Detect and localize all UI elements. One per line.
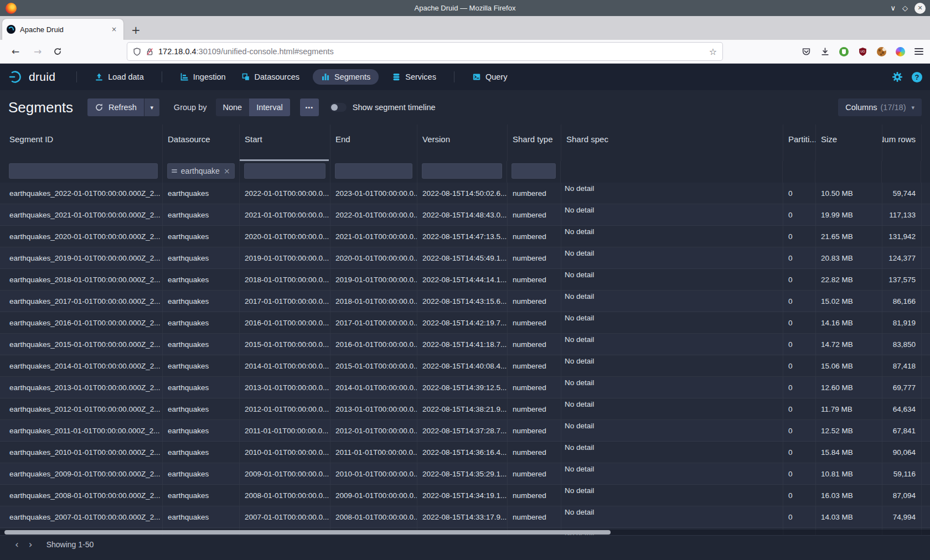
cell-size: 10.50 MB — [816, 183, 882, 204]
extension-green-icon[interactable] — [839, 47, 849, 56]
cell-datasource: earthquakes — [163, 463, 240, 484]
window-close-icon[interactable]: ✕ — [914, 3, 926, 14]
upload-icon — [95, 72, 104, 81]
column-header-start[interactable]: Start — [240, 125, 330, 161]
group-by-none-button[interactable]: None — [216, 98, 250, 116]
more-options-button[interactable]: ••• — [300, 98, 319, 116]
cell-filler — [922, 247, 930, 268]
filter-input-shard_type[interactable] — [512, 163, 556, 179]
nav-item-load-data[interactable]: Load data — [95, 72, 144, 81]
column-header-segment_id[interactable]: Segment ID — [4, 125, 163, 161]
filter-cell-filler — [921, 161, 930, 183]
forward-icon[interactable]: → — [31, 46, 44, 57]
filter-cell-segment_id — [4, 161, 163, 183]
cell-segment_id: earthquakes_2018-01-01T00:00:00.000Z_2..… — [4, 269, 163, 290]
refresh-options-caret[interactable]: ▾ — [144, 98, 159, 116]
refresh-label: Refresh — [108, 103, 137, 112]
cell-datasource: earthquakes — [163, 420, 240, 441]
cell-datasource: earthquakes — [163, 291, 240, 312]
filter-cell-start — [240, 161, 330, 183]
window-maximize-icon[interactable]: ◇ — [902, 4, 908, 12]
table-header: Segment IDDatasourceStartEndVersionShard… — [0, 125, 930, 183]
column-header-shard_type[interactable]: Shard type — [508, 125, 561, 161]
shield-icon[interactable] — [133, 48, 141, 56]
filter-tag-remove-icon[interactable]: × — [224, 167, 230, 175]
help-icon[interactable]: ? — [912, 72, 922, 82]
table-row: earthquakes_2011-01-01T00:00:00.000Z_2..… — [0, 420, 930, 442]
window-title: Apache Druid — Mozilla Firefox — [0, 4, 930, 12]
cell-start: 2010-01-01T00:00:00.0... — [240, 442, 330, 463]
pocket-icon[interactable] — [802, 47, 811, 56]
cell-version: 2022-08-15T14:50:02.6... — [417, 183, 508, 204]
cell-size: 16.03 MB — [816, 485, 882, 506]
horizontal-scrollbar-track[interactable] — [0, 530, 930, 535]
nav-item-ingestion[interactable]: Ingestion — [180, 72, 226, 81]
bookmark-star-icon[interactable]: ☆ — [709, 46, 717, 57]
cell-num_rows: 67,841 — [882, 420, 922, 441]
filter-input-version[interactable] — [422, 163, 503, 179]
columns-button[interactable]: Columns (17/18) ▾ — [838, 98, 922, 116]
settings-gear-icon[interactable] — [892, 71, 903, 82]
cell-shard_spec: No detail — [561, 291, 783, 312]
url-bar[interactable]: 172.18.0.4:30109/unified-console.html#se… — [127, 43, 722, 60]
nav-item-services[interactable]: Services — [392, 72, 436, 81]
table-row: earthquakes_2008-01-01T00:00:00.000Z_2..… — [0, 485, 930, 506]
cell-num_rows: 124,377 — [882, 247, 922, 268]
refresh-button[interactable]: Refresh — [87, 98, 144, 116]
filter-input-datasource[interactable]: earthquake× — [167, 163, 235, 179]
cell-size: 15.06 MB — [816, 355, 882, 376]
cell-version: 2022-08-15T14:36:16.4... — [417, 442, 508, 463]
tab-apache-druid[interactable]: Apache Druid × — [2, 19, 123, 40]
table-row: earthquakes_2017-01-01T00:00:00.000Z_2..… — [0, 291, 930, 312]
cell-shard_spec: No detail — [561, 247, 783, 268]
segment-timeline-toggle[interactable] — [330, 103, 347, 112]
nav-label: Services — [405, 72, 436, 81]
column-header-datasource[interactable]: Datasource — [163, 125, 240, 161]
nav-item-datasources[interactable]: Datasources — [241, 72, 299, 81]
window-shade-icon[interactable]: ∨ — [890, 4, 896, 12]
page-title: Segments — [8, 99, 73, 116]
back-icon[interactable]: ← — [9, 46, 22, 57]
menu-icon[interactable] — [914, 48, 923, 55]
download-icon[interactable] — [820, 47, 830, 56]
filter-input-end[interactable] — [335, 163, 412, 179]
tab-close-icon[interactable]: × — [109, 24, 119, 34]
cell-filler — [922, 442, 930, 463]
new-tab-button[interactable]: + — [131, 23, 141, 40]
horizontal-scrollbar-thumb[interactable] — [4, 530, 611, 535]
cell-filler — [922, 377, 930, 398]
nav-item-segments[interactable]: Segments — [313, 69, 379, 85]
column-header-partition[interactable]: Partiti... — [783, 125, 816, 161]
insecure-lock-icon[interactable] — [146, 48, 154, 56]
column-header-shard_spec[interactable]: Shard spec — [561, 125, 783, 161]
group-by-interval-button[interactable]: Interval — [249, 98, 290, 116]
cell-size: 22.82 MB — [816, 269, 882, 290]
pagination-bar: ‹ › Showing 1-50 — [0, 535, 930, 560]
filter-input-start[interactable] — [244, 163, 326, 179]
cell-version: 2022-08-15T14:40:08.4... — [417, 355, 508, 376]
cell-size: 21.65 MB — [816, 226, 882, 247]
extension-colorful-icon[interactable] — [896, 47, 905, 56]
column-header-num_rows[interactable]: Num rows — [882, 125, 922, 161]
reload-icon[interactable] — [53, 47, 66, 56]
cookie-extension-icon[interactable] — [877, 47, 886, 56]
column-header-size[interactable]: Size — [816, 125, 882, 161]
chevron-left-icon[interactable]: ‹ — [10, 539, 24, 550]
column-header-version[interactable]: Version — [417, 125, 508, 161]
cell-end: 2009-01-01T00:00:00.0... — [330, 485, 417, 506]
nav-item-query[interactable]: Query — [472, 72, 508, 81]
ublock-icon[interactable]: UO — [858, 47, 867, 56]
nav-label: Segments — [334, 72, 370, 81]
cell-filler — [922, 420, 930, 441]
column-header-filler — [922, 125, 930, 161]
cell-shard_type: numbered — [508, 269, 561, 290]
cell-filler — [922, 204, 930, 225]
cell-num_rows: 117,133 — [882, 204, 922, 225]
column-header-end[interactable]: End — [330, 125, 417, 161]
cell-filler — [922, 485, 930, 506]
url-text[interactable]: 172.18.0.4:30109/unified-console.html#se… — [158, 47, 709, 56]
filter-input-segment_id[interactable] — [9, 163, 158, 179]
cell-segment_id: earthquakes_2007-01-01T00:00:00.000Z_2..… — [4, 506, 163, 527]
cell-partition: 0 — [783, 398, 816, 419]
chevron-right-icon[interactable]: › — [24, 539, 38, 550]
